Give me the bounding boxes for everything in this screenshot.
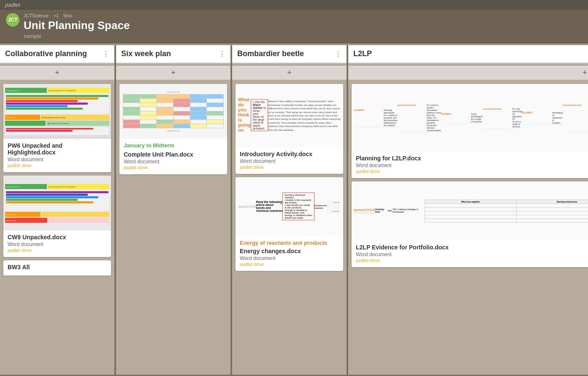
card-filetype-secondyear: Word document [124,159,223,165]
card-secondyear: JuniorCYCLE [119,84,227,174]
card-filetype-pw6: Word document [8,157,107,162]
col-menu-bombardier[interactable]: ⋮ [335,50,341,58]
col-cards-l2lp: ELEMENT Securing appropriate for a varie… [348,82,588,375]
card-body-cw9: CW9 Unpacked.docx Word document padlet d… [3,230,111,257]
card-thumb-l2lp: ELEMENT Securing appropriate for a varie… [352,84,588,151]
card-thumb-evidence: JuniorCYCLE Activity One Date: Title: Lo… [352,181,588,241]
col-add-sixweek[interactable]: + [116,66,230,80]
card-thumb-cw9: Learning Outcome Key Learning for this U… [3,176,111,230]
header-info: JCTScience · +1 · 5mo Unit Planning Spac… [24,13,582,39]
col-header-l2lp: L2LP ⋮ [348,45,588,63]
card-thumb-intro: What do you think is going on • Use the … [236,84,343,147]
card-filetype-planning-l2lp: Word document [356,162,588,168]
page-title: Unit Planning Space [24,19,582,32]
card-thumb-pw6: Learning Outcome Key Learning for this U… [3,84,111,139]
col-add-l2lp[interactable]: + [348,66,588,80]
column-l2lp: L2LP ⋮ + ELEMENT Securing appropriate fo… [348,45,588,375]
card-title-pw6: PW6 Unpacked and Highlighted.docx [8,142,107,156]
card-thumb-sixweek: JuniorCYCLE [119,84,227,139]
col-cards-sixweek: JuniorCYCLE [116,82,230,375]
card-title-evidence: L2LP Evidence for Portfolio.docx [356,244,588,251]
card-title-cw9: CW9 Unpacked.docx [8,234,107,241]
col-add-bombardier[interactable]: + [232,66,347,80]
padlet-logo: padlet [5,2,20,8]
card-link-pw6[interactable]: padlet drive [8,163,107,168]
column-bombardier: Bombardier beetle ⋮ + What do you think … [232,45,348,375]
col-title-bombardier: Bombardier beetle [237,49,304,58]
card-body-pw6: PW6 Unpacked and Highlighted.docx Word d… [3,139,111,172]
card-link-evidence[interactable]: padlet drive [356,258,588,263]
card-evidence: JuniorCYCLE Activity One Date: Title: Lo… [352,181,588,267]
card-body-profile: Energy of reactants and products Energy … [236,236,343,271]
card-body-bw3: BW3 All [3,260,111,276]
col-menu-collaborative[interactable]: ⋮ [103,50,109,58]
card-link-intro[interactable]: padlet drive [240,165,339,170]
col-cards-collaborative: Learning Outcome Key Learning for this U… [0,82,114,375]
header: JCT JCTScience · +1 · 5mo Unit Planning … [0,10,588,43]
org-name: JCTScience [24,13,49,18]
card-title-secondyear: Complete Unit Plan.docx [124,151,223,158]
col-header-sixweek: Six week plan ⋮ [116,45,230,63]
card-filetype-evidence: Word document [356,252,588,257]
card-body-evidence: L2LP Evidence for Portfolio.docx Word do… [352,241,588,267]
col-title-collaborative: Collaborative planning [5,49,87,58]
col-title-l2lp: L2LP [353,49,372,58]
card-planning-l2lp: ELEMENT Securing appropriate for a varie… [352,84,588,178]
column-collaborative: Collaborative planning ⋮ + Learning Outc… [0,45,116,375]
card-title-intro: Introductory Activity.docx [240,151,339,157]
card-title-profile: Energy changes.docx [240,248,339,254]
card-bw3: BW3 All [3,260,111,276]
card-link-secondyear[interactable]: padlet drive [124,165,223,170]
card-link-profile[interactable]: padlet drive [240,262,339,267]
col-menu-sixweek[interactable]: ⋮ [219,50,225,58]
card-body-planning-l2lp: Planning for L2LP.docx Word document pad… [352,151,588,178]
card-filetype-intro: Word document [240,158,339,164]
col-header-collaborative: Collaborative planning ⋮ [0,45,114,63]
col-header-bombardier: Bombardier beetle ⋮ [232,45,347,63]
dot-2: · [60,13,62,18]
page-subtitle: sample [24,33,582,39]
col-add-collaborative[interactable]: + [0,66,114,80]
card-pw6: Learning Outcome Key Learning for this U… [3,84,111,172]
card-filetype-profile: Word document [240,255,339,261]
avatar: JCT [6,13,19,27]
card-simple-profile: JuniorCYCLE Read the following article a… [236,177,343,271]
card-cw9: Learning Outcome Key Learning for this U… [3,176,111,257]
card-subtitle-profile: Energy of reactants and products [240,240,339,246]
card-body-secondyear: January to Midterm Complete Unit Plan.do… [119,139,227,174]
header-meta: JCTScience · +1 · 5mo [24,13,582,18]
col-title-sixweek: Six week plan [121,49,171,58]
dot-1: · [50,13,51,18]
column-sixweek: Six week plan ⋮ + JuniorCYCLE [116,45,232,375]
card-thumb-profile: JuniorCYCLE Read the following article a… [236,177,343,236]
card-title-planning-l2lp: Planning for L2LP.docx [356,155,588,162]
card-link-cw9[interactable]: padlet drive [8,248,107,253]
board: Collaborative planning ⋮ + Learning Outc… [0,45,588,375]
card-subtitle-secondyear: January to Midterm [124,142,223,149]
card-title-bw3: BW3 All [8,264,107,271]
card-intro-activity: What do you think is going on • Use the … [236,84,343,174]
card-body-intro: Introductory Activity.docx Word document… [236,147,343,174]
card-filetype-cw9: Word document [8,241,107,247]
card-link-planning-l2lp[interactable]: padlet drive [356,169,588,174]
likes: +1 [53,13,59,18]
col-cards-bombardier: What do you think is going on • Use the … [232,82,347,375]
top-bar: padlet [0,0,588,10]
age: 5mo [63,13,72,18]
